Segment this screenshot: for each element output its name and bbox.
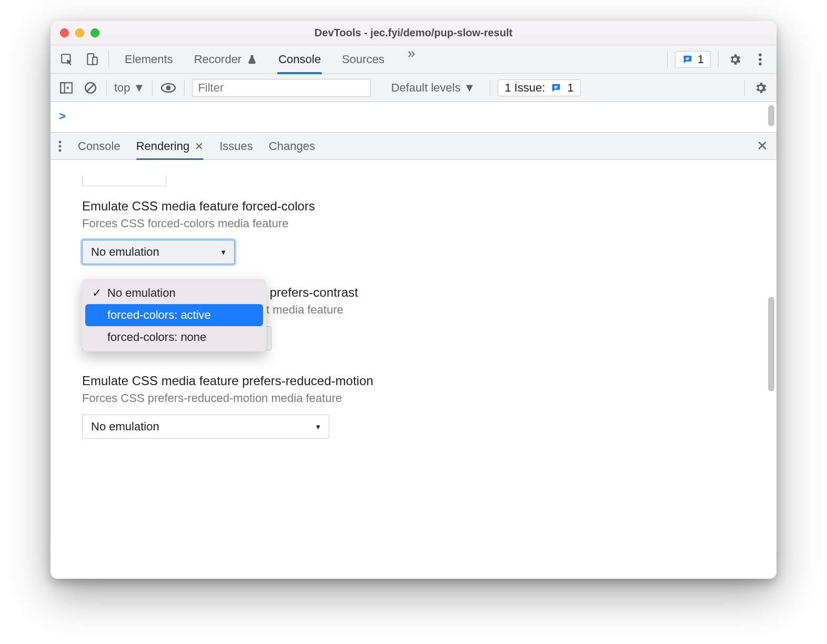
drawer-kebab-icon[interactable] (58, 140, 62, 153)
section-forced-colors: Emulate CSS media feature forced-colors … (82, 199, 745, 264)
check-icon: ✓ (92, 286, 102, 300)
separator (667, 52, 668, 67)
svg-rect-4 (685, 59, 689, 60)
tab-recorder[interactable]: Recorder (193, 45, 258, 74)
close-drawer-icon[interactable]: ✕ (757, 138, 768, 154)
live-expression-icon[interactable] (160, 79, 177, 96)
svg-point-6 (759, 58, 762, 61)
filter-input[interactable] (192, 79, 371, 97)
issue-count: 1 (567, 81, 573, 95)
sidebar-toggle-icon[interactable] (58, 79, 75, 96)
titlebar: DevTools - jec.fyi/demo/pup-slow-result (51, 21, 776, 45)
rendering-panel: Emulate CSS media feature forced-colors … (51, 160, 776, 579)
chevron-down-icon: ▼ (134, 81, 145, 95)
separator (744, 80, 745, 96)
issue-label: 1 Issue: (505, 81, 545, 95)
console-content[interactable]: > (51, 102, 776, 133)
dropdown-option-no-emulation[interactable]: ✓ No emulation (85, 282, 263, 304)
drawer-tab-issues[interactable]: Issues (219, 133, 253, 160)
tab-label: Rendering (136, 139, 190, 153)
tab-label: Console (78, 139, 120, 153)
levels-label: Default levels (391, 81, 460, 95)
dropdown-option-forced-colors-none[interactable]: forced-colors: none (85, 326, 263, 348)
zoom-window-button[interactable] (90, 28, 99, 37)
option-label: No emulation (107, 286, 176, 300)
tab-label: Console (278, 53, 321, 66)
tab-label: Changes (269, 139, 315, 153)
section-title: Emulate CSS media feature prefers-reduce… (82, 374, 745, 388)
panel-tabs: Elements Recorder Console Sources » (124, 45, 660, 74)
svg-rect-14 (554, 86, 558, 87)
svg-point-7 (759, 62, 762, 65)
scrollbar-thumb[interactable] (768, 105, 774, 126)
svg-point-13 (166, 85, 171, 90)
clear-console-icon[interactable] (82, 79, 99, 96)
context-selector[interactable]: top ▼ (114, 81, 145, 95)
close-window-button[interactable] (60, 28, 69, 37)
tab-label: Sources (342, 53, 385, 66)
tab-label: Elements (125, 53, 173, 66)
svg-point-18 (59, 149, 62, 152)
drawer-tab-console[interactable]: Console (78, 133, 120, 160)
scrollbar-thumb[interactable] (768, 297, 774, 391)
separator (490, 80, 490, 96)
drawer-tab-changes[interactable]: Changes (269, 133, 315, 160)
cropped-control (82, 176, 166, 186)
tab-label: Issues (219, 139, 253, 153)
forced-colors-select[interactable]: No emulation ▼ (82, 240, 235, 264)
chevron-down-icon: ▼ (220, 248, 227, 256)
console-settings-icon[interactable] (752, 79, 769, 96)
message-icon (550, 82, 562, 94)
svg-rect-3 (685, 57, 689, 58)
tab-sources[interactable]: Sources (341, 45, 386, 74)
section-subtitle: Forces CSS prefers-reduced-motion media … (82, 391, 745, 405)
issues-counter[interactable]: 1 (675, 51, 711, 68)
tab-elements[interactable]: Elements (124, 45, 174, 74)
svg-point-5 (759, 53, 762, 56)
section-subtitle: Forces CSS forced-colors media feature (82, 217, 745, 230)
svg-rect-9 (60, 83, 65, 93)
separator (108, 52, 109, 67)
main-toolbar: Elements Recorder Console Sources » 1 (51, 45, 776, 74)
window-title: DevTools - jec.fyi/demo/pup-slow-result (51, 27, 776, 39)
option-label: forced-colors: active (107, 308, 211, 322)
forced-colors-dropdown: ✓ No emulation forced-colors: active for… (82, 279, 266, 351)
settings-icon[interactable] (726, 51, 744, 68)
console-toolbar: top ▼ Default levels ▼ 1 Issue: 1 (51, 74, 776, 102)
tab-console[interactable]: Console (277, 45, 322, 74)
select-value: No emulation (91, 245, 159, 259)
separator (152, 80, 153, 96)
svg-point-16 (59, 140, 62, 143)
svg-point-17 (59, 145, 62, 147)
separator (106, 80, 107, 96)
drawer-tabs: Console Rendering ✕ Issues Changes ✕ (51, 133, 776, 160)
dropdown-option-forced-colors-active[interactable]: forced-colors: active (85, 304, 263, 326)
drawer-tab-rendering[interactable]: Rendering ✕ (136, 133, 204, 160)
tab-label: Recorder (194, 53, 241, 66)
window-controls (60, 28, 99, 37)
chevron-down-icon: ▼ (315, 423, 321, 431)
minimize-window-button[interactable] (75, 28, 84, 37)
more-tabs-button[interactable]: » (405, 45, 418, 74)
select-value: No emulation (91, 420, 159, 434)
prefers-reduced-motion-select[interactable]: No emulation ▼ (82, 415, 329, 439)
svg-rect-15 (554, 87, 558, 88)
svg-line-11 (87, 84, 94, 91)
issues-link[interactable]: 1 Issue: 1 (498, 79, 580, 96)
kebab-menu-icon[interactable] (751, 51, 769, 68)
separator (718, 52, 719, 67)
inspect-element-icon[interactable] (58, 51, 76, 68)
separator (184, 80, 185, 96)
section-prefers-reduced-motion: Emulate CSS media feature prefers-reduce… (82, 374, 745, 439)
device-toggle-icon[interactable] (83, 51, 101, 68)
flask-icon (247, 54, 257, 65)
message-icon (682, 54, 693, 65)
log-levels-selector[interactable]: Default levels ▼ (391, 81, 475, 95)
issues-count: 1 (698, 53, 704, 66)
svg-rect-2 (93, 57, 97, 64)
console-prompt: > (59, 109, 66, 123)
context-label: top (114, 81, 130, 95)
chevron-down-icon: ▼ (463, 81, 475, 95)
option-label: forced-colors: none (107, 330, 206, 344)
close-tab-icon[interactable]: ✕ (195, 140, 204, 153)
